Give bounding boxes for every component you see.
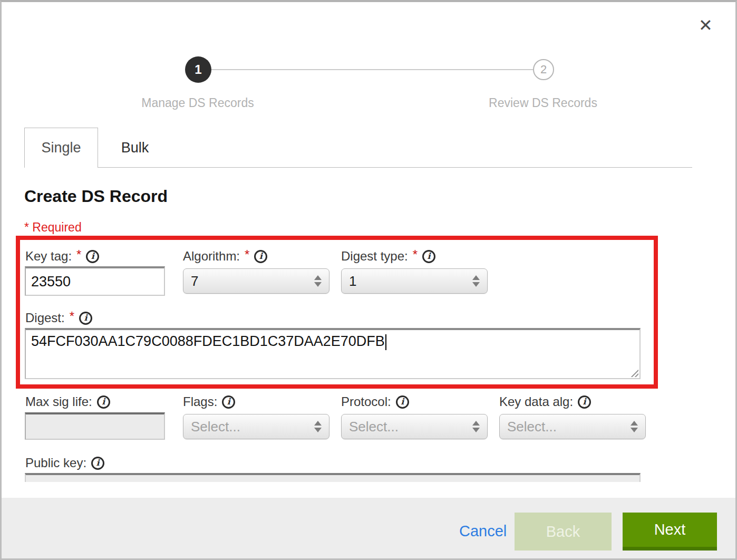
info-icon[interactable] bbox=[254, 250, 267, 263]
stepper-connector-line bbox=[211, 69, 533, 70]
key-tag-input[interactable]: 23550 bbox=[25, 266, 165, 296]
max-sig-life-label-text: Max sig life: bbox=[25, 394, 92, 409]
info-icon[interactable] bbox=[422, 250, 435, 263]
select-stepper-arrows-icon bbox=[472, 421, 480, 432]
protocol-label: Protocol: bbox=[341, 394, 409, 409]
info-icon[interactable] bbox=[396, 395, 409, 409]
public-key-label: Public key: bbox=[25, 456, 104, 470]
key-data-alg-select-value: Select... bbox=[507, 419, 626, 435]
max-sig-life-label: Max sig life: bbox=[25, 394, 110, 409]
digest-type-label: Digest type: * bbox=[341, 249, 435, 264]
digest-textarea[interactable]: 54FCF030AA1C79C0088FDEC1BD1C37DAA2E70DFB bbox=[25, 328, 641, 379]
text-cursor bbox=[385, 334, 386, 350]
back-button[interactable]: Back bbox=[515, 513, 612, 551]
key-data-alg-select[interactable]: Select... bbox=[499, 414, 646, 439]
select-stepper-arrows-icon bbox=[314, 275, 322, 287]
algorithm-label: Algorithm: * bbox=[183, 249, 267, 264]
protocol-select[interactable]: Select... bbox=[341, 414, 488, 439]
info-icon[interactable] bbox=[97, 395, 110, 409]
info-icon[interactable] bbox=[91, 457, 104, 470]
algorithm-select[interactable]: 7 bbox=[183, 268, 329, 294]
info-icon[interactable] bbox=[79, 312, 92, 325]
page-title: Create DS Record bbox=[24, 187, 168, 206]
step-1-label: Manage DS Records bbox=[141, 96, 254, 110]
max-sig-life-input[interactable] bbox=[25, 412, 165, 440]
algorithm-label-text: Algorithm: bbox=[183, 249, 240, 264]
close-icon[interactable]: ✕ bbox=[699, 17, 713, 34]
digest-value: 54FCF030AA1C79C0088FDEC1BD1C37DAA2E70DFB bbox=[31, 333, 385, 349]
select-stepper-arrows-icon bbox=[631, 421, 638, 432]
select-stepper-arrows-icon bbox=[314, 421, 322, 432]
required-asterisk: * bbox=[245, 247, 249, 262]
digest-label-text: Digest: bbox=[25, 311, 65, 325]
required-asterisk: * bbox=[76, 247, 81, 262]
tab-divider bbox=[98, 167, 692, 168]
key-data-alg-label: Key data alg: bbox=[499, 394, 591, 409]
required-asterisk: * bbox=[413, 247, 418, 262]
key-tag-label: Key tag: * bbox=[25, 249, 99, 264]
tab-bulk[interactable]: Bulk bbox=[98, 128, 172, 168]
cancel-button[interactable]: Cancel bbox=[459, 523, 507, 540]
resize-handle-icon[interactable] bbox=[630, 369, 638, 377]
flags-select[interactable]: Select... bbox=[183, 414, 329, 439]
digest-type-select[interactable]: 1 bbox=[341, 268, 488, 294]
flags-label: Flags: bbox=[183, 394, 235, 409]
algorithm-select-value: 7 bbox=[191, 273, 310, 289]
digest-type-select-value: 1 bbox=[349, 273, 468, 289]
create-ds-record-dialog: ✕ 1 2 Manage DS Records Review DS Record… bbox=[0, 0, 737, 560]
info-icon[interactable] bbox=[86, 250, 99, 263]
flags-label-text: Flags: bbox=[183, 394, 217, 409]
public-key-textarea[interactable] bbox=[25, 473, 641, 482]
digest-label: Digest: * bbox=[25, 311, 92, 325]
step-1-circle: 1 bbox=[185, 56, 211, 83]
step-2-circle: 2 bbox=[533, 59, 554, 80]
tab-single[interactable]: Single bbox=[24, 128, 98, 168]
select-stepper-arrows-icon bbox=[472, 275, 480, 287]
key-tag-label-text: Key tag: bbox=[25, 249, 72, 264]
protocol-label-text: Protocol: bbox=[341, 394, 391, 409]
info-icon[interactable] bbox=[222, 395, 235, 409]
required-asterisk: * bbox=[70, 309, 74, 324]
public-key-label-text: Public key: bbox=[25, 456, 86, 470]
required-note: * Required bbox=[24, 220, 82, 235]
protocol-select-value: Select... bbox=[349, 419, 468, 435]
info-icon[interactable] bbox=[578, 395, 591, 409]
digest-type-label-text: Digest type: bbox=[341, 249, 408, 264]
key-data-alg-label-text: Key data alg: bbox=[499, 394, 573, 409]
flags-select-value: Select... bbox=[191, 419, 310, 435]
step-2-label: Review DS Records bbox=[489, 96, 597, 110]
next-button[interactable]: Next bbox=[623, 513, 717, 551]
